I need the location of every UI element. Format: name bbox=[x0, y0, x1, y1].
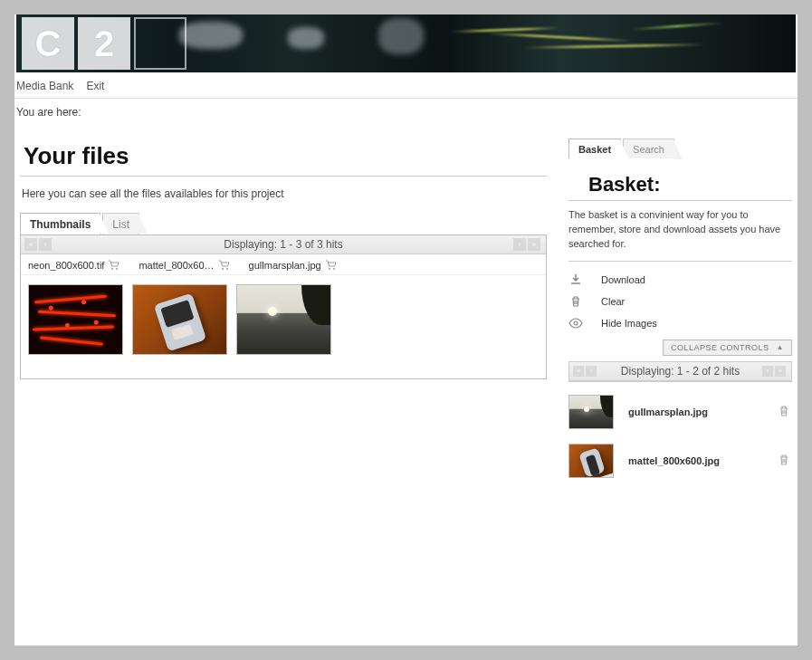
eye-icon bbox=[568, 316, 583, 330]
trash-icon bbox=[568, 294, 583, 309]
side-tabs: Basket Search bbox=[568, 139, 792, 158]
pager-next-button[interactable]: › bbox=[762, 366, 773, 377]
nav-exit[interactable]: Exit bbox=[86, 80, 104, 92]
file-name: neon_800x600.tif bbox=[28, 260, 104, 271]
collapse-controls-button[interactable]: COLLAPSE CONTROLS ▲ bbox=[663, 340, 792, 356]
basket-thumbnail[interactable] bbox=[568, 444, 614, 478]
svg-point-1 bbox=[116, 268, 118, 270]
svg-point-3 bbox=[226, 268, 228, 270]
basket-item-name: gullmarsplan.jpg bbox=[628, 407, 763, 417]
download-icon bbox=[568, 273, 583, 287]
files-pager: « ‹ Displaying: 1 - 3 of 3 hits › » bbox=[21, 235, 546, 254]
basket-list: gullmarsplan.jpg mattel_800x600.jpg bbox=[568, 389, 792, 487]
basket-item-name: mattel_800x600.jpg bbox=[628, 455, 763, 466]
cart-icon[interactable] bbox=[108, 260, 120, 271]
file-name: mattel_800x60… bbox=[139, 260, 214, 271]
view-tabs: Thumbnails List bbox=[20, 213, 547, 234]
thumbnail[interactable] bbox=[28, 284, 123, 355]
basket-pager: « ‹ Displaying: 1 - 2 of 2 hits › » bbox=[569, 362, 791, 381]
collapse-label: COLLAPSE CONTROLS bbox=[671, 343, 769, 352]
pager-first-button[interactable]: « bbox=[24, 238, 37, 251]
pager-last-button[interactable]: » bbox=[528, 238, 540, 251]
cart-icon[interactable] bbox=[325, 260, 338, 271]
basket-title: Basket: bbox=[588, 173, 792, 196]
cart-icon[interactable] bbox=[218, 260, 231, 271]
breadcrumb: You are here: bbox=[14, 99, 798, 122]
pager-prev-button[interactable]: ‹ bbox=[586, 366, 597, 377]
svg-point-2 bbox=[222, 268, 224, 270]
file-name: gullmarsplan.jpg bbox=[249, 260, 321, 271]
svg-point-4 bbox=[329, 268, 330, 270]
basket-item: gullmarsplan.jpg bbox=[568, 389, 792, 438]
delete-button[interactable] bbox=[778, 405, 792, 419]
logo-tile-c: C bbox=[22, 17, 74, 70]
thumbnail[interactable] bbox=[236, 284, 331, 355]
download-button[interactable]: Download bbox=[568, 269, 792, 291]
chevron-up-icon: ▲ bbox=[777, 343, 784, 351]
basket-item: mattel_800x600.jpg bbox=[568, 438, 792, 487]
logo-tile-2: 2 bbox=[78, 17, 130, 70]
thumbnail[interactable] bbox=[132, 284, 227, 355]
clear-button[interactable]: Clear bbox=[568, 291, 792, 312]
header-banner: C 2 bbox=[16, 14, 796, 72]
tab-basket[interactable]: Basket bbox=[568, 139, 621, 158]
svg-point-0 bbox=[111, 268, 113, 270]
basket-description: The basket is a convinient way for you t… bbox=[568, 208, 792, 252]
pager-prev-button[interactable]: ‹ bbox=[39, 238, 52, 251]
divider bbox=[568, 261, 792, 262]
thumbnail-grid bbox=[21, 275, 546, 378]
divider bbox=[568, 200, 792, 201]
intro-text: Here you can see all the files available… bbox=[22, 187, 547, 200]
page-title: Your files bbox=[24, 142, 547, 170]
svg-point-6 bbox=[574, 321, 578, 325]
svg-point-5 bbox=[333, 268, 335, 270]
pager-last-button[interactable]: » bbox=[775, 366, 786, 377]
pager-status: Displaying: 1 - 2 of 2 hits bbox=[598, 365, 762, 378]
pager-status: Displaying: 1 - 3 of 3 hits bbox=[53, 238, 513, 251]
action-label: Download bbox=[601, 274, 645, 285]
nav-media-bank[interactable]: Media Bank bbox=[16, 80, 73, 92]
file-name-row: neon_800x600.tif mattel_800x60… gullmars… bbox=[21, 254, 546, 275]
basket-thumbnail[interactable] bbox=[568, 395, 614, 429]
pager-first-button[interactable]: « bbox=[573, 366, 584, 377]
delete-button[interactable] bbox=[778, 454, 792, 468]
hide-images-button[interactable]: Hide Images bbox=[568, 312, 792, 334]
divider bbox=[20, 176, 547, 177]
tab-search[interactable]: Search bbox=[623, 139, 674, 158]
tab-thumbnails[interactable]: Thumbnails bbox=[20, 213, 100, 234]
basket-actions: Download Clear Hide Images bbox=[568, 269, 792, 334]
action-label: Hide Images bbox=[601, 318, 657, 329]
logo-tile-blank bbox=[134, 17, 186, 70]
logo: C 2 bbox=[22, 17, 186, 70]
pager-next-button[interactable]: › bbox=[513, 238, 526, 251]
files-panel: « ‹ Displaying: 1 - 3 of 3 hits › » neon… bbox=[20, 234, 547, 379]
action-label: Clear bbox=[601, 296, 625, 307]
top-nav: Media Bank Exit bbox=[14, 72, 798, 99]
